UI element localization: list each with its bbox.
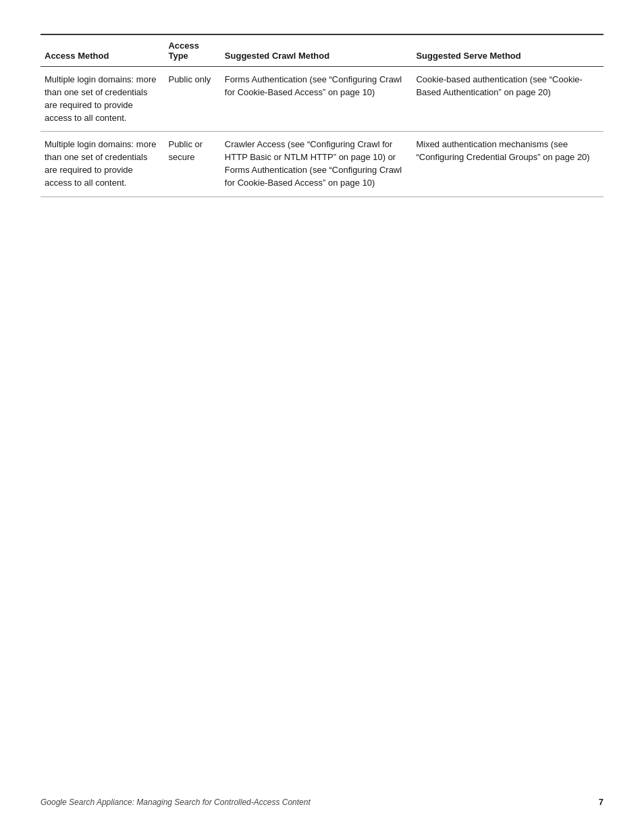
footer-title: Google Search Appliance: Managing Search…: [41, 798, 311, 807]
table-row: Multiple login domains: more than one se…: [41, 132, 603, 197]
header-access-type: Access Type: [164, 34, 220, 67]
page-footer: Google Search Appliance: Managing Search…: [41, 797, 603, 807]
access-methods-table: Access Method Access Type Suggested Craw…: [41, 34, 603, 197]
row2-serve-method: Mixed authentication mechanisms (see “Co…: [412, 132, 603, 197]
row1-access-type: Public only: [164, 67, 220, 132]
table-row: Multiple login domains: more than one se…: [41, 67, 603, 132]
row1-crawl-method: Forms Authentication (see “Configuring C…: [221, 67, 412, 132]
header-access-method: Access Method: [41, 34, 164, 67]
header-crawl-method: Suggested Crawl Method: [221, 34, 412, 67]
row1-access-method: Multiple login domains: more than one se…: [41, 67, 164, 132]
row2-crawl-method: Crawler Access (see “Configuring Crawl f…: [221, 132, 412, 197]
header-serve-method: Suggested Serve Method: [412, 34, 603, 67]
table-header-row: Access Method Access Type Suggested Craw…: [41, 34, 603, 67]
footer-page-number: 7: [599, 797, 603, 807]
row2-access-type: Public or secure: [164, 132, 220, 197]
page-content: Access Method Access Type Suggested Craw…: [0, 0, 644, 251]
row1-serve-method: Cookie-based authentication (see “Cookie…: [412, 67, 603, 132]
row2-access-method: Multiple login domains: more than one se…: [41, 132, 164, 197]
